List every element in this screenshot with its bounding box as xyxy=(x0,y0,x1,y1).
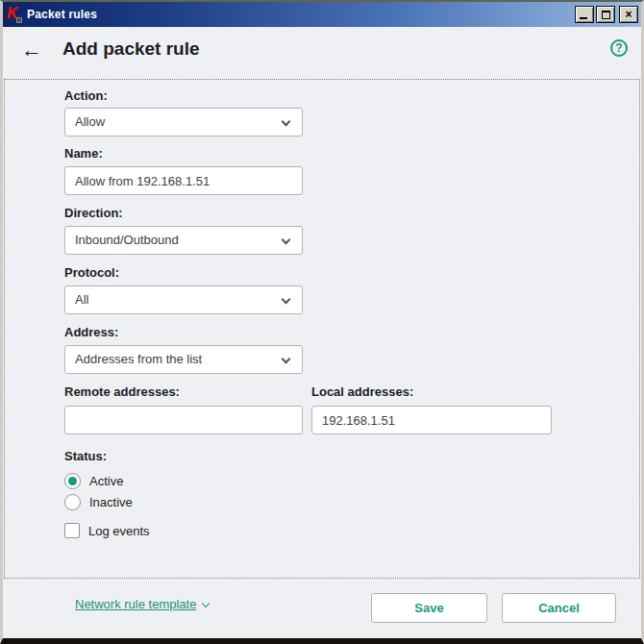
chevron-down-icon xyxy=(282,235,291,245)
action-label: Action: xyxy=(64,88,108,103)
chevron-down-icon xyxy=(282,355,291,364)
kaspersky-icon: K xyxy=(7,7,23,23)
footer: Network rule template Save Cancel xyxy=(3,579,641,638)
action-value: Allow xyxy=(75,114,105,129)
chevron-down-icon xyxy=(282,295,291,305)
help-button[interactable]: ? xyxy=(610,39,628,57)
chevron-down-icon xyxy=(202,599,210,607)
radio-unchecked-icon xyxy=(64,494,81,510)
status-label: Status: xyxy=(64,449,107,463)
network-rule-template-link[interactable]: Network rule template xyxy=(75,597,209,611)
name-input[interactable] xyxy=(64,166,303,195)
network-rule-template-label: Network rule template xyxy=(75,597,196,611)
titlebar[interactable]: K Packet rules × xyxy=(3,2,641,27)
address-label: Address: xyxy=(64,325,118,339)
status-option-inactive[interactable]: Inactive xyxy=(64,494,133,510)
local-addresses-label: Local addresses: xyxy=(311,384,552,399)
save-button[interactable]: Save xyxy=(371,593,487,623)
radio-label: Inactive xyxy=(89,495,133,509)
chevron-down-icon xyxy=(282,117,291,127)
direction-label: Direction: xyxy=(64,206,123,220)
status-option-active[interactable]: Active xyxy=(64,473,123,489)
packet-rules-window: K Packet rules × ← Add packet rule ? Act… xyxy=(0,0,644,644)
radio-checked-icon xyxy=(64,473,81,489)
action-dropdown[interactable]: Allow xyxy=(64,108,303,136)
checkbox-label: Log events xyxy=(88,524,150,538)
window-controls: × xyxy=(573,6,638,23)
minimize-icon xyxy=(580,17,587,19)
help-icon: ? xyxy=(615,41,622,55)
back-button[interactable]: ← xyxy=(18,37,45,63)
address-value: Addresses from the list xyxy=(75,352,202,366)
maximize-icon xyxy=(602,11,610,19)
close-button[interactable]: × xyxy=(619,6,638,23)
minimize-button[interactable] xyxy=(575,6,594,23)
window-title: Packet rules xyxy=(27,8,97,21)
header: ← Add packet rule ? xyxy=(3,27,641,79)
log-events-checkbox-row[interactable]: Log events xyxy=(64,523,150,538)
remote-addresses-input[interactable] xyxy=(64,406,303,434)
form-area: Action: Allow Name: Direction: Inbound/O… xyxy=(4,79,640,579)
cancel-button[interactable]: Cancel xyxy=(502,593,616,623)
direction-dropdown[interactable]: Inbound/Outbound xyxy=(64,226,303,255)
direction-value: Inbound/Outbound xyxy=(75,233,179,247)
page-title: Add packet rule xyxy=(62,38,200,60)
local-addresses-input[interactable] xyxy=(311,406,552,434)
maximize-button[interactable] xyxy=(596,6,615,23)
protocol-dropdown[interactable]: All xyxy=(64,285,303,314)
remote-addresses-label: Remote addresses: xyxy=(64,384,180,399)
close-icon: × xyxy=(625,9,632,20)
address-dropdown[interactable]: Addresses from the list xyxy=(64,345,303,374)
protocol-label: Protocol: xyxy=(64,265,119,280)
protocol-value: All xyxy=(75,292,88,307)
back-arrow-icon: ← xyxy=(21,37,42,62)
checkbox-unchecked-icon xyxy=(64,523,80,538)
radio-label: Active xyxy=(89,474,123,488)
name-label: Name: xyxy=(64,146,103,161)
